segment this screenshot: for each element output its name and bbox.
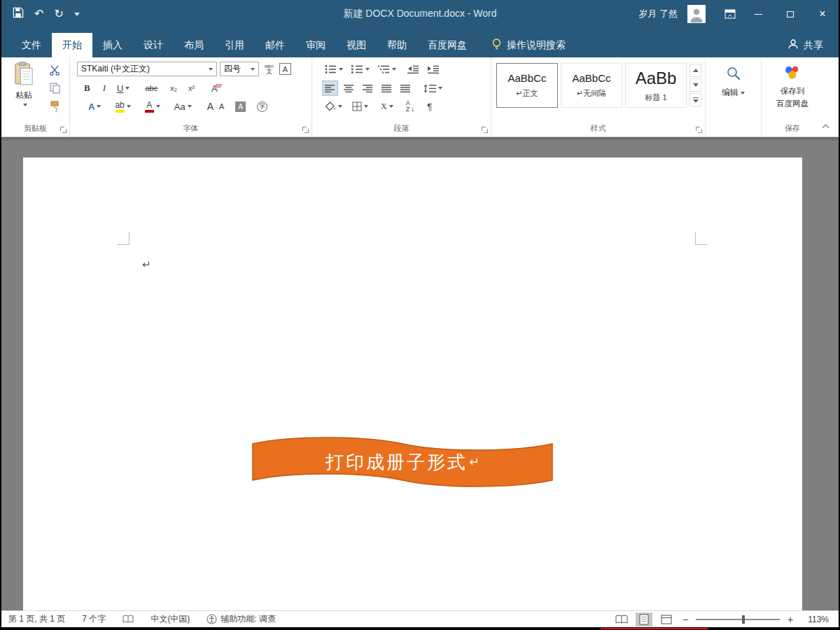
editing-button[interactable]: 编辑 [706,66,761,99]
tab-file[interactable]: 文件 [11,33,52,57]
tab-baidu-netdisk[interactable]: 百度网盘 [417,33,477,57]
borders-button[interactable] [349,99,371,114]
grow-font-button[interactable]: A [204,99,216,114]
minimize-button[interactable] [742,0,774,28]
undo-icon[interactable]: ↶ [34,8,43,20]
tab-view[interactable]: 视图 [336,33,377,57]
zoom-percentage[interactable]: 113% [801,615,829,624]
account-name[interactable]: 岁月 了然 [638,8,678,20]
cut-button[interactable] [46,62,63,78]
maximize-button[interactable] [774,0,806,28]
strikethrough-button[interactable]: abc [142,80,160,96]
multilevel-list-button[interactable] [375,62,399,77]
bold-button[interactable]: B [81,80,93,96]
enclose-characters-button[interactable]: 字 [254,99,270,114]
zoom-in-button[interactable]: + [785,614,795,625]
document-page[interactable]: ↵ 打印成册子形式 ↵ [23,158,802,610]
clear-formatting-button[interactable]: A [209,80,224,96]
change-case-button[interactable]: Aa [172,99,195,114]
tab-references[interactable]: 引用 [214,33,255,57]
page-indicator[interactable]: 第 1 页, 共 1 页 [8,613,65,625]
align-left-button[interactable] [322,80,338,96]
multilevel-dropdown-icon [392,68,396,71]
clipboard-dialog-launcher[interactable] [60,127,67,134]
distribute-button[interactable] [398,80,414,96]
show-hide-marks-button[interactable]: ¶ [424,99,435,114]
zoom-out-button[interactable]: − [680,614,690,625]
highlight-button[interactable]: ab [112,99,133,114]
tab-home[interactable]: 开始 [52,33,92,57]
banner-text: 打印成册子形式 ↵ [252,432,553,492]
tell-me-search[interactable]: 操作说明搜索 [491,33,566,57]
shrink-font-button[interactable]: A [216,99,227,114]
style-normal[interactable]: AaBbCc ↵正文 [496,63,558,108]
superscript-button[interactable]: x² [186,80,197,96]
align-center-button[interactable] [341,80,357,96]
proofing-button[interactable] [122,615,134,624]
web-layout-button[interactable] [658,612,675,626]
sort-letter-z: Z [406,106,410,113]
line-spacing-button[interactable] [421,80,445,96]
font-size-combo[interactable]: 四号 [220,62,259,76]
copy-button[interactable] [46,80,63,96]
more-line-icon [693,97,699,98]
style-gallery-more-button[interactable] [690,93,701,106]
increase-indent-button[interactable] [425,62,442,77]
tab-review[interactable]: 审阅 [295,33,336,57]
accessibility-status[interactable]: 辅助功能: 调查 [206,613,276,625]
style-heading1[interactable]: AaBb 标题 1 [625,63,687,108]
decrease-indent-button[interactable] [405,62,422,77]
group-baidu-save: 保存到 百度网盘 保存 [762,57,823,136]
share-button[interactable]: 共享 [788,33,839,57]
font-dialog-launcher[interactable] [302,127,309,134]
asian-layout-button[interactable]: X [378,99,396,114]
qat-customize-icon[interactable] [74,13,80,16]
zoom-slider[interactable] [696,619,780,620]
style-scroll-up-button[interactable] [690,64,701,77]
shading-button[interactable] [322,99,345,114]
style-no-spacing[interactable]: AaBbCc ↵无间隔 [561,63,622,108]
styles-dialog-launcher[interactable] [696,127,703,134]
save-icon[interactable] [13,7,24,21]
save-to-baidu-button[interactable]: 保存到 百度网盘 [762,64,823,109]
style-scroll-down-button[interactable] [690,78,701,92]
group-clipboard: 粘贴 剪贴板 [1,57,70,136]
subscript-button[interactable]: x₂ [167,80,180,96]
wordart-wave-banner[interactable]: 打印成册子形式 ↵ [252,432,553,492]
bullets-button[interactable] [322,62,346,77]
underline-button[interactable]: U [114,80,132,96]
screen-frame: ↶ ↻ 新建 DOCX Document.docx - Word 岁月 了然 ×… [0,0,840,630]
zoom-slider-thumb[interactable] [742,615,745,624]
numbering-button[interactable] [349,62,372,77]
collapse-ribbon-icon[interactable] [822,122,830,131]
avatar[interactable] [687,5,706,23]
sort-button[interactable]: AZ↓ [403,99,418,114]
close-button[interactable]: × [806,0,839,28]
word-count[interactable]: 7 个字 [82,613,106,625]
tab-layout[interactable]: 布局 [174,33,214,57]
font-color-button[interactable]: A [142,99,163,114]
italic-button[interactable]: I [100,80,108,96]
font-name-combo[interactable]: STKaiti (中文正文) [77,62,217,76]
format-painter-button[interactable] [46,99,63,114]
language-indicator[interactable]: 中文(中国) [150,613,190,625]
justify-button[interactable] [379,80,395,96]
text-effects-button[interactable]: A [85,99,104,114]
redo-icon[interactable]: ↻ [54,8,63,20]
ribbon-display-options-icon[interactable] [718,0,742,28]
paragraph-dialog-launcher[interactable] [482,127,489,134]
print-layout-button[interactable] [636,612,652,626]
tab-help[interactable]: 帮助 [377,33,417,57]
accessibility-icon [206,614,217,624]
tab-mailings[interactable]: 邮件 [255,33,295,57]
phonetic-guide-button[interactable]: wén 文 [265,64,274,75]
paste-button[interactable]: 粘贴 [8,62,40,122]
character-shading-button[interactable]: A [232,99,248,114]
font-group-label: 字体 [70,123,312,134]
tab-design[interactable]: 设计 [133,33,174,57]
character-border-button[interactable]: A [279,63,291,75]
align-right-button[interactable] [360,80,376,96]
margin-cropmark-topright [695,232,708,245]
read-mode-button[interactable] [613,612,630,626]
tab-insert[interactable]: 插入 [92,33,133,57]
